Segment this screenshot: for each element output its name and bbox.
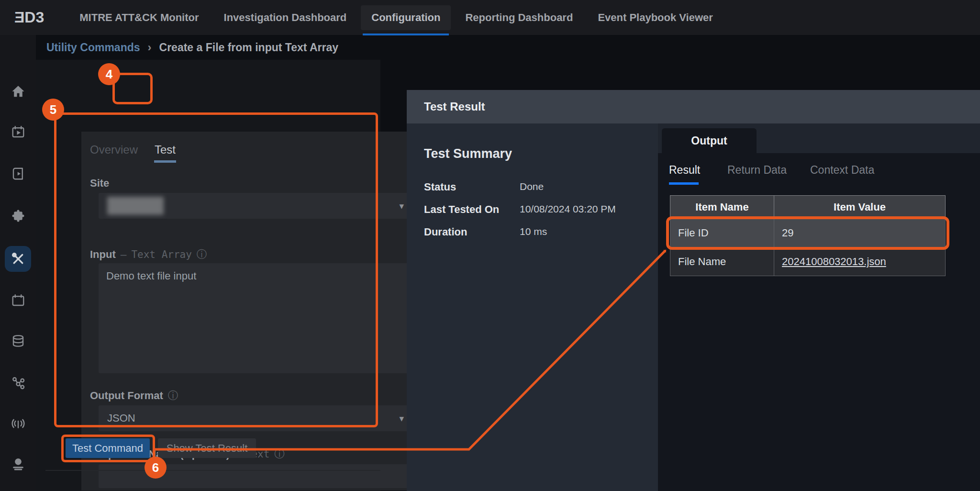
page-title: Create a File from input Text Array [159,41,338,54]
result-table-header-row: Item Name Item Value [670,196,946,219]
subtab-result[interactable]: Result [669,164,700,177]
command-test-panel: Overview Test Site ▾ Input – Text Array … [81,132,416,491]
file-id-value-cell: 29 [774,219,946,247]
duration-value: 10 ms [520,226,547,238]
panel-divider [45,470,380,471]
summary-row-duration: Duration 10 ms [424,226,644,238]
top-nav-items: MITRE ATT&CK Monitor Investigation Dashb… [69,5,724,30]
output-format-label: Output Format ⓘ [90,389,178,403]
input-textarea[interactable]: Demo text file input [99,263,412,373]
column-header-item-value: Item Value [774,196,946,219]
app-window: ƎD3 MITRE ATT&CK Monitor Investigation D… [0,0,980,491]
test-result-panel: Test Result Test Summary Status Done Las… [407,90,980,491]
correlation-graph-icon[interactable] [0,369,36,396]
table-row-file-id: File ID 29 [670,219,946,247]
result-table: Item Name Item Value File ID 29 File Nam… [670,195,946,276]
nav-event-playbook-viewer[interactable]: Event Playbook Viewer [587,5,723,30]
test-summary-title: Test Summary [424,146,512,161]
site-field-label: Site [90,177,109,190]
home-icon[interactable] [0,78,36,105]
breadcrumb-chevron-icon: › [148,41,152,54]
subtab-context-data[interactable]: Context Data [810,164,874,177]
sidebar [0,35,36,491]
subtab-return-data[interactable]: Return Data [727,164,787,177]
database-icon[interactable] [0,328,36,355]
test-result-header: Test Result [407,90,980,123]
scheduled-playbooks-icon[interactable] [0,119,36,145]
site-select[interactable]: ▾ [99,193,412,219]
last-tested-value: 10/08/2024 03:20 PM [520,203,616,216]
tab-overview[interactable]: Overview [90,143,138,156]
event-intake-icon[interactable] [0,410,36,437]
tab-test-active-underline [154,160,176,163]
nav-mitre-attck-monitor[interactable]: MITRE ATT&CK Monitor [69,5,209,30]
status-value: Done [520,181,544,193]
nav-active-underline [363,33,449,35]
annotation-badge-6: 6 [145,457,167,479]
d3-logo[interactable]: ƎD3 [14,9,44,26]
chevron-down-icon: ▾ [399,413,404,424]
tab-test[interactable]: Test [155,143,176,156]
annotation-badge-4: 4 [98,63,120,85]
table-row-file-name: File Name 20241008032013.json [670,247,946,276]
annotation-badge-5: 5 [42,99,64,121]
input-field-label: Input – Text Array ⓘ [90,247,207,262]
info-icon[interactable]: ⓘ [274,447,285,461]
file-id-name-cell: File ID [670,219,774,247]
output-format-select[interactable]: JSON ▾ [99,405,412,431]
site-value-redacted [107,197,164,215]
top-nav: ƎD3 MITRE ATT&CK Monitor Investigation D… [0,0,980,35]
nav-investigation-dashboard[interactable]: Investigation Dashboard [213,5,357,30]
nav-reporting-dashboard[interactable]: Reporting Dashboard [455,5,583,30]
column-header-item-name: Item Name [670,196,774,219]
utility-commands-icon[interactable] [0,246,36,272]
chevron-down-icon: ▾ [399,201,404,212]
playbook-library-icon[interactable] [0,160,36,187]
summary-row-last-tested: Last Tested On 10/08/2024 03:20 PM [424,203,644,216]
test-command-button[interactable]: Test Command [66,438,150,458]
file-download-link[interactable]: 20241008032013.json [782,256,886,268]
file-name-name-cell: File Name [670,247,774,276]
subtab-active-underline [669,182,699,185]
nav-configuration-label: Configuration [371,11,440,23]
output-section: Output Result Return Data Context Data I… [658,123,980,491]
breadcrumb-utility-commands[interactable]: Utility Commands [46,41,140,54]
nav-configuration[interactable]: Configuration [361,5,451,30]
info-icon[interactable]: ⓘ [168,389,178,403]
info-icon[interactable]: ⓘ [197,247,207,262]
integrations-icon[interactable] [0,202,36,229]
file-name-value-cell: 20241008032013.json [774,247,946,276]
calendar-icon[interactable] [0,287,36,314]
geo-sites-icon[interactable] [0,451,36,478]
breadcrumb: Utility Commands › Create a File from in… [46,35,338,60]
test-result-title: Test Result [424,100,485,113]
summary-row-status: Status Done [424,181,644,193]
output-content: Result Return Data Context Data Item Nam… [658,153,980,491]
tab-output[interactable]: Output [662,128,757,153]
command-config-column: Overview Test Site ▾ Input – Text Array … [36,60,380,491]
show-test-result-button[interactable]: Show Test Result [158,438,256,458]
